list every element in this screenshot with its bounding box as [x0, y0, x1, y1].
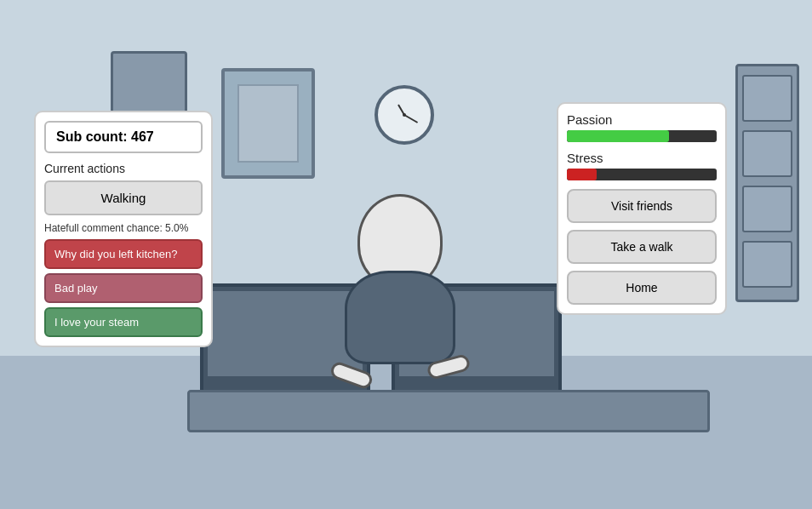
- clock-hand-minute: [404, 114, 419, 123]
- walking-button[interactable]: Walking: [44, 180, 203, 215]
- passion-bar-fill: [567, 130, 669, 142]
- cabinet-drawer-2: [742, 130, 792, 177]
- comment-button-1[interactable]: Why did you left kitchen?: [44, 239, 203, 269]
- comment-button-3[interactable]: I love your steam: [44, 307, 203, 337]
- left-panel: Sub count: 467 Current actions Walking H…: [34, 111, 213, 347]
- clock-face: [383, 94, 426, 136]
- cabinet-drawer-4: [742, 241, 792, 288]
- stress-bar-bg: [567, 169, 717, 180]
- take-a-walk-button[interactable]: Take a walk: [567, 230, 717, 264]
- stress-label: Stress: [567, 151, 717, 165]
- clock-icon: [375, 85, 434, 145]
- cabinet-drawer-1: [742, 75, 792, 122]
- right-panel: Passion Stress Visit friends Take a walk…: [557, 102, 727, 315]
- cabinet-drawer-3: [742, 186, 792, 232]
- desk: [187, 390, 710, 432]
- clock-center: [403, 113, 406, 117]
- sub-count-label: Sub count: 467: [56, 129, 154, 144]
- visit-friends-button[interactable]: Visit friends: [567, 189, 717, 223]
- passion-bar-bg: [567, 130, 717, 142]
- stress-bar-fill: [567, 169, 597, 180]
- hateful-comment-label: Hatefull comment chance: 5.0%: [44, 222, 203, 234]
- home-button[interactable]: Home: [567, 271, 717, 305]
- sub-count-box: Sub count: 467: [44, 121, 203, 153]
- current-actions-label: Current actions: [44, 162, 203, 175]
- comment-button-2[interactable]: Bad play: [44, 273, 203, 303]
- picture-frame-inner: [237, 84, 299, 163]
- character-body: [345, 271, 455, 364]
- picture-frame: [221, 68, 315, 179]
- character: [332, 194, 468, 364]
- passion-label: Passion: [567, 112, 717, 127]
- filing-cabinet: [735, 64, 799, 302]
